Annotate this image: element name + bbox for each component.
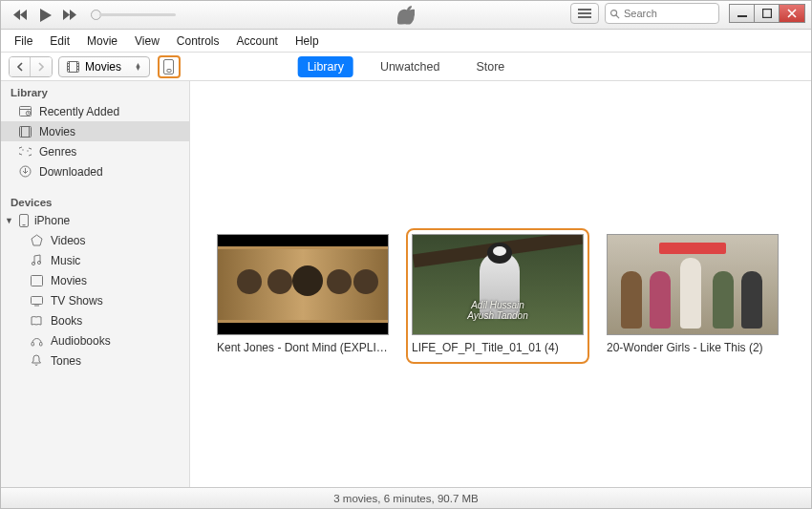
previous-button[interactable] xyxy=(12,9,30,21)
apple-logo-icon xyxy=(397,5,415,24)
sidebar-item-label: TV Shows xyxy=(51,294,103,308)
menu-edit[interactable]: Edit xyxy=(42,32,77,51)
close-button[interactable] xyxy=(780,5,804,22)
svg-rect-12 xyxy=(77,63,78,64)
sidebar-device-videos[interactable]: Videos xyxy=(1,230,189,250)
genres-icon xyxy=(18,145,32,159)
sidebar-item-label: Videos xyxy=(51,234,85,247)
menu-controls[interactable]: Controls xyxy=(169,32,227,51)
sidebar-item-label: Downloaded xyxy=(39,165,103,179)
forward-button[interactable] xyxy=(31,57,52,76)
status-bar: 3 movies, 6 minutes, 90.7 MB xyxy=(1,487,811,508)
movie-card[interactable]: Adil HussainAyush Tandon LIFE_OF_PI_Titl… xyxy=(412,234,584,358)
sidebar-item-label: Tones xyxy=(51,354,81,368)
position-slider[interactable] xyxy=(91,10,176,20)
svg-rect-11 xyxy=(68,69,69,70)
menu-help[interactable]: Help xyxy=(288,32,327,51)
sidebar-item-label: Music xyxy=(51,254,80,267)
search-icon xyxy=(609,9,620,19)
maximize-button[interactable] xyxy=(755,5,780,22)
recently-added-icon xyxy=(18,105,32,118)
minimize-button[interactable] xyxy=(730,5,755,22)
svg-rect-24 xyxy=(22,224,25,225)
sidebar-device-books[interactable]: Books xyxy=(1,310,189,330)
chevron-updown-icon: ▲▼ xyxy=(135,63,141,71)
tab-store[interactable]: Store xyxy=(466,56,514,77)
device-button[interactable] xyxy=(158,55,181,78)
movie-thumbnail xyxy=(607,234,779,335)
movie-title: 20-Wonder Girls - Like This (2) xyxy=(607,341,779,354)
disclosure-triangle-icon[interactable]: ▼ xyxy=(5,216,13,225)
content-area: Kent Jones - Dont Mind (EXPLICIT)... Adi… xyxy=(190,81,811,487)
play-button[interactable] xyxy=(39,8,53,23)
sidebar-device-tvshows[interactable]: TV Shows xyxy=(1,290,189,310)
svg-rect-0 xyxy=(578,9,591,11)
svg-rect-10 xyxy=(68,66,69,67)
svg-point-27 xyxy=(37,261,40,264)
sidebar-device-movies[interactable]: Movies xyxy=(1,270,189,290)
svg-rect-9 xyxy=(68,63,69,64)
menu-view[interactable]: View xyxy=(127,32,167,51)
film-icon xyxy=(67,61,79,73)
svg-point-21 xyxy=(27,150,28,151)
back-button[interactable] xyxy=(10,57,31,76)
search-input[interactable] xyxy=(624,8,715,19)
movie-title: LIFE_OF_PI_Title_01_01 (4) xyxy=(412,341,584,358)
svg-rect-19 xyxy=(21,126,29,137)
view-list-button[interactable] xyxy=(570,3,599,24)
sidebar-item-label: Movies xyxy=(51,274,87,287)
sidebar-item-downloaded[interactable]: Downloaded xyxy=(1,161,189,181)
sidebar-item-label: Movies xyxy=(39,125,75,138)
movie-card[interactable]: Kent Jones - Dont Mind (EXPLICIT)... xyxy=(217,234,389,358)
sidebar-item-label: Genres xyxy=(39,145,76,159)
sidebar-device-music[interactable]: Music xyxy=(1,250,189,270)
next-button[interactable] xyxy=(62,9,79,21)
svg-rect-5 xyxy=(737,15,747,17)
download-icon xyxy=(18,165,32,179)
sidebar-item-label: Audiobooks xyxy=(51,334,111,348)
videos-icon xyxy=(30,234,43,247)
svg-rect-8 xyxy=(70,61,77,72)
movie-thumbnail: Adil HussainAyush Tandon xyxy=(412,234,584,335)
svg-line-4 xyxy=(616,14,619,17)
sidebar-device-label: iPhone xyxy=(34,214,70,227)
sidebar-device-audiobooks[interactable]: Audiobooks xyxy=(1,330,189,350)
sidebar-item-genres[interactable]: Genres xyxy=(1,141,189,161)
iphone-icon xyxy=(17,214,31,227)
menu-bar: File Edit Movie View Controls Account He… xyxy=(1,30,811,53)
svg-rect-13 xyxy=(77,66,78,67)
player-bar xyxy=(1,1,811,30)
sidebar-item-movies[interactable]: Movies xyxy=(1,121,189,141)
film-icon xyxy=(18,125,32,138)
sidebar: Library Recently Added Movies Genres Dow… xyxy=(1,81,190,487)
movie-card[interactable]: 20-Wonder Girls - Like This (2) xyxy=(607,234,779,358)
svg-rect-2 xyxy=(578,16,591,18)
svg-rect-32 xyxy=(39,342,42,346)
menu-account[interactable]: Account xyxy=(229,32,286,51)
toolbar: Movies ▲▼ Library Unwatched Store xyxy=(1,53,811,81)
svg-marker-25 xyxy=(32,235,42,245)
svg-rect-14 xyxy=(77,69,78,70)
menu-movie[interactable]: Movie xyxy=(79,32,125,51)
svg-rect-31 xyxy=(32,342,34,346)
film-icon xyxy=(30,274,43,287)
audiobook-icon xyxy=(30,334,43,348)
media-picker-label: Movies xyxy=(85,60,121,74)
movie-thumbnail xyxy=(217,234,389,335)
sidebar-item-label: Recently Added xyxy=(39,105,119,118)
tv-icon xyxy=(30,294,43,308)
sidebar-item-label: Books xyxy=(51,314,82,328)
tab-unwatched[interactable]: Unwatched xyxy=(371,56,450,77)
svg-rect-29 xyxy=(31,296,42,304)
tab-library[interactable]: Library xyxy=(298,56,353,77)
sidebar-device-iphone[interactable]: ▼ iPhone xyxy=(1,211,189,230)
svg-point-20 xyxy=(22,149,23,150)
media-picker[interactable]: Movies ▲▼ xyxy=(58,56,150,77)
bell-icon xyxy=(30,354,43,368)
menu-file[interactable]: File xyxy=(7,32,40,51)
sidebar-device-tones[interactable]: Tones xyxy=(1,350,189,371)
search-box[interactable] xyxy=(605,3,719,24)
svg-point-3 xyxy=(611,10,617,15)
sidebar-item-recently-added[interactable]: Recently Added xyxy=(1,101,189,121)
svg-point-26 xyxy=(32,262,34,265)
